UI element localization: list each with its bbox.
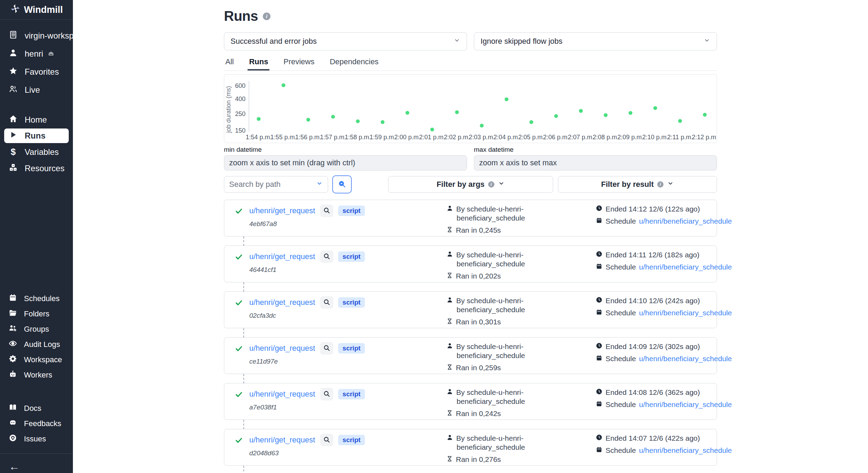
max-datetime-input[interactable] [474, 155, 717, 171]
run-card[interactable]: u/henri/get_request script d2048d63 [224, 429, 717, 466]
person-icon [446, 388, 453, 397]
inspect-run-button[interactable] [320, 434, 333, 446]
sidebar-item-issues[interactable]: Issues [0, 431, 73, 447]
filter-by-result-button[interactable]: Filter by result i [558, 176, 717, 193]
schedule-label: Schedule [606, 400, 636, 409]
hourglass-icon [446, 455, 453, 464]
person-icon [446, 342, 453, 351]
svg-text:2:09 p.m.: 2:09 p.m. [617, 134, 643, 141]
run-path-link[interactable]: u/henri/get_request [249, 298, 315, 307]
sidebar-item-home[interactable]: Home [0, 111, 73, 128]
run-by-line1: By schedule-u-henri- [456, 296, 524, 305]
variables-label: Variables [25, 147, 59, 157]
sidebar-item-resources[interactable]: Resources [0, 160, 73, 176]
run-id: d2048d63 [249, 449, 279, 457]
schedule-link[interactable]: u/henri/beneficiary_schedule [639, 446, 732, 455]
run-by-line2: beneficiary_schedule [457, 305, 525, 314]
skipped-flow-filter-value: Ignore skipped flow jobs [481, 37, 562, 46]
run-by-line1: By schedule-u-henri- [456, 342, 524, 351]
page-title: Runs [224, 8, 258, 24]
issues-label: Issues [24, 434, 46, 443]
skipped-flow-filter-select[interactable]: Ignore skipped flow jobs [474, 32, 717, 50]
windmill-brand[interactable]: Windmill [0, 0, 73, 19]
run-by-line1: By schedule-u-henri- [456, 388, 524, 397]
chevron-down-icon [667, 180, 674, 189]
sidebar-item-audit-logs[interactable]: Audit Logs [0, 337, 73, 352]
inspect-run-button[interactable] [320, 296, 333, 309]
tab-runs[interactable]: Runs [248, 55, 269, 70]
tab-previews[interactable]: Previews [282, 55, 316, 70]
schedule-link[interactable]: u/henri/beneficiary_schedule [639, 354, 732, 363]
schedule-link[interactable]: u/henri/beneficiary_schedule [639, 400, 732, 409]
clock-icon [596, 342, 602, 351]
user-icon [9, 48, 18, 59]
tab-all[interactable]: All [224, 55, 235, 70]
filter-by-args-label: Filter by args [436, 180, 484, 189]
sidebar-item-groups[interactable]: Groups [0, 322, 73, 337]
hourglass-icon [446, 226, 453, 235]
sidebar-item-workspace-switcher[interactable]: virgin-worksp... [0, 27, 73, 45]
svg-text:2:06 p.m.: 2:06 p.m. [543, 134, 569, 141]
hourglass-icon [446, 409, 453, 418]
sidebar-item-workers[interactable]: Workers [0, 367, 73, 383]
search-by-path-select[interactable]: Search by path [224, 176, 328, 193]
filter-by-args-button[interactable]: Filter by args i [388, 176, 553, 193]
run-id: a7e038f1 [249, 404, 277, 411]
book-icon [9, 403, 17, 414]
person-icon [446, 434, 453, 443]
hourglass-icon [446, 363, 453, 372]
sidebar-item-docs[interactable]: Docs [0, 401, 73, 416]
groups-label: Groups [24, 325, 49, 334]
sidebar-item-folders[interactable]: Folders [0, 306, 73, 322]
schedule-link[interactable]: u/henri/beneficiary_schedule [639, 308, 732, 317]
run-by-line2: beneficiary_schedule [457, 214, 525, 223]
sidebar-item-runs[interactable]: Runs [4, 128, 69, 143]
inspect-run-button[interactable] [320, 342, 333, 355]
sidebar-item-favorites[interactable]: Favorites [0, 63, 73, 81]
svg-text:400: 400 [235, 96, 245, 102]
sidebar-item-live[interactable]: Live [0, 81, 73, 99]
run-card[interactable]: u/henri/get_request script 4ebf67a8 [224, 200, 717, 236]
job-status-filter-select[interactable]: Successful and error jobs [224, 32, 467, 50]
run-path-link[interactable]: u/henri/get_request [249, 390, 315, 399]
inspect-run-button[interactable] [320, 388, 333, 400]
job-status-filter-value: Successful and error jobs [231, 37, 317, 46]
schedule-label: Schedule [606, 308, 636, 317]
run-card[interactable]: u/henri/get_request script a7e038f1 [224, 383, 717, 420]
schedule-label: Schedule [606, 217, 636, 226]
svg-text:2:11 p.m.: 2:11 p.m. [667, 134, 693, 141]
clock-icon [596, 434, 602, 443]
users-icon [9, 84, 18, 96]
sidebar-divider [0, 19, 73, 20]
run-path-link[interactable]: u/henri/get_request [249, 435, 315, 445]
inspect-run-button[interactable] [320, 205, 333, 217]
folder-icon [9, 309, 17, 319]
sidebar-item-workspace[interactable]: Workspace [0, 352, 73, 367]
inspect-run-button[interactable] [320, 250, 333, 263]
min-datetime-input[interactable] [224, 155, 467, 171]
tab-dependencies[interactable]: Dependencies [328, 55, 380, 70]
svg-text:150: 150 [235, 127, 245, 134]
run-card[interactable]: u/henri/get_request script ce11d97e [224, 337, 717, 374]
run-path-link[interactable]: u/henri/get_request [249, 206, 315, 215]
collapse-sidebar-button[interactable]: ← [0, 457, 73, 473]
run-path-link[interactable]: u/henri/get_request [249, 252, 315, 261]
success-check-icon [235, 436, 243, 446]
crown-icon [48, 49, 54, 59]
schedule-link[interactable]: u/henri/beneficiary_schedule [639, 263, 732, 272]
docs-label: Docs [24, 404, 41, 413]
sidebar-item-variables[interactable]: $ Variables [0, 144, 73, 160]
sidebar-item-feedbacks[interactable]: Feedbacks [0, 416, 73, 431]
job-duration-chart[interactable]: 150250400600job duration (ms)1:54 p.m.1:… [224, 74, 717, 143]
info-icon[interactable]: i [263, 13, 270, 20]
run-card[interactable]: u/henri/get_request script 46441cf1 [224, 246, 717, 282]
calendar-icon [596, 446, 602, 455]
run-path-link[interactable]: u/henri/get_request [249, 344, 315, 353]
search-button[interactable] [332, 175, 352, 193]
clock-icon [596, 388, 602, 397]
run-card[interactable]: u/henri/get_request script 02cfa3dc [224, 291, 717, 328]
sidebar-item-user[interactable]: henri [0, 45, 73, 63]
feedbacks-label: Feedbacks [24, 419, 61, 428]
schedule-link[interactable]: u/henri/beneficiary_schedule [639, 217, 732, 226]
sidebar-item-schedules[interactable]: Schedules [0, 291, 73, 306]
